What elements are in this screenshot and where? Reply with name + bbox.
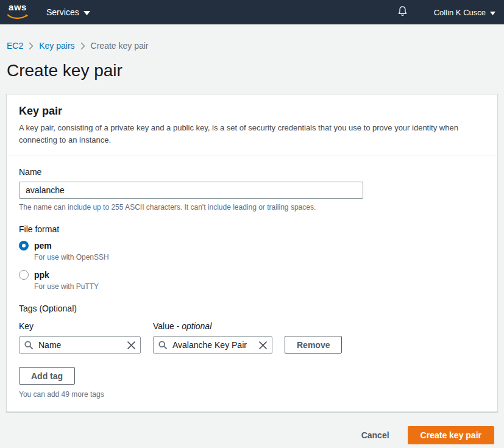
clear-value-button[interactable] (257, 340, 269, 353)
radio-unselected-icon[interactable] (19, 270, 29, 280)
radio-option-text: ppk For use with PuTTY (34, 270, 99, 291)
key-pair-card: Key pair A key pair, consisting of a pri… (6, 94, 498, 412)
remove-tag-button[interactable]: Remove (285, 336, 342, 354)
chevron-down-icon (490, 8, 495, 17)
tag-value-field (153, 336, 272, 354)
footer-actions: Cancel Create key pair (0, 426, 494, 444)
tags-grid: Key Value - optional (19, 321, 485, 354)
aws-logo-text: aws (9, 3, 27, 11)
clear-key-button[interactable] (126, 340, 137, 353)
tag-key-field (19, 336, 141, 354)
chevron-down-icon (83, 7, 90, 17)
name-field-label: Name (19, 167, 485, 177)
card-title: Key pair (19, 105, 485, 118)
tags-section-label: Tags (Optional) (19, 304, 485, 313)
search-icon (24, 341, 33, 352)
close-icon (258, 341, 268, 352)
tag-key-column-label: Key (19, 321, 141, 331)
tags-remaining-hint: You can add 49 more tags (19, 390, 485, 399)
radio-selected-icon[interactable] (19, 241, 29, 251)
cancel-button[interactable]: Cancel (361, 430, 389, 440)
breadcrumb-link-key-pairs[interactable]: Key pairs (39, 41, 74, 51)
user-menu[interactable]: Collin K Cusce (434, 8, 495, 17)
breadcrumb-current: Create key pair (91, 41, 149, 51)
tags-section: Tags (Optional) Key Value - optional (19, 304, 485, 399)
radio-option-text: pem For use with OpenSSH (34, 241, 109, 261)
bell-icon (397, 5, 408, 20)
radio-pem-description: For use with OpenSSH (34, 253, 109, 261)
tag-value-column-label: Value - optional (153, 321, 272, 331)
services-label: Services (46, 7, 79, 17)
name-input[interactable] (19, 182, 363, 199)
name-field-hint: The name can include up to 255 ASCII cha… (19, 203, 485, 212)
radio-option-pem[interactable]: pem For use with OpenSSH (19, 241, 485, 261)
notifications-bell-button[interactable] (397, 5, 408, 20)
tag-key-input[interactable] (19, 336, 141, 354)
add-tag-button[interactable]: Add tag (19, 367, 75, 385)
breadcrumb-link-ec2[interactable]: EC2 (7, 41, 23, 51)
tag-value-input[interactable] (153, 336, 272, 354)
radio-ppk-label: ppk (34, 270, 99, 280)
search-icon (158, 341, 167, 352)
chevron-right-icon (29, 42, 34, 50)
top-navbar: aws Services Collin K Cusce (0, 0, 504, 24)
services-menu[interactable]: Services (46, 7, 90, 17)
optional-label: optional (182, 321, 211, 331)
name-field-section: Name The name can include up to 255 ASCI… (19, 167, 485, 212)
file-format-section: File format pem For use with OpenSSH ppk… (19, 224, 485, 291)
file-format-label: File format (19, 224, 485, 234)
aws-smile-icon (7, 11, 28, 22)
card-description: A key pair, consisting of a private key … (19, 122, 485, 146)
chevron-right-icon (80, 42, 85, 50)
radio-ppk-description: For use with PuTTY (34, 282, 99, 291)
card-body: Name The name can include up to 255 ASCI… (7, 155, 497, 411)
user-name-label: Collin K Cusce (434, 8, 486, 17)
close-icon (127, 341, 136, 352)
create-key-pair-button[interactable]: Create key pair (408, 426, 494, 444)
aws-logo[interactable]: aws (7, 3, 28, 22)
breadcrumb: EC2 Key pairs Create key pair (7, 41, 504, 51)
page-title: Create key pair (7, 61, 504, 80)
card-header: Key pair A key pair, consisting of a pri… (7, 94, 497, 155)
radio-option-ppk[interactable]: ppk For use with PuTTY (19, 270, 485, 291)
radio-pem-label: pem (34, 241, 109, 251)
